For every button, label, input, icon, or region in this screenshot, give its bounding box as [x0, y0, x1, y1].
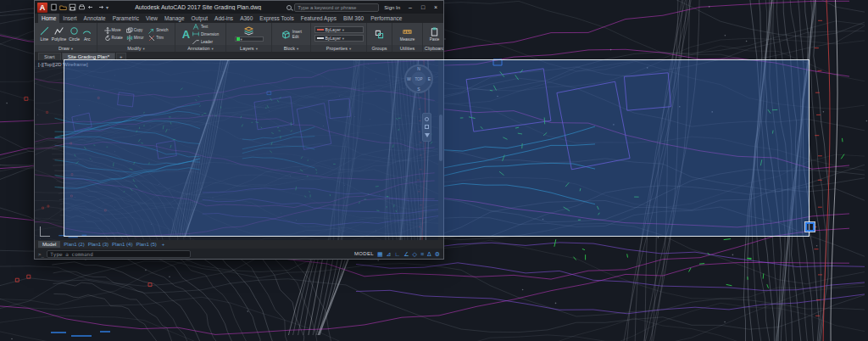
- tab-featured-apps[interactable]: Featured Apps: [298, 14, 340, 23]
- snap-icon[interactable]: ⊿: [387, 251, 392, 257]
- tab-bim360[interactable]: BIM 360: [340, 14, 367, 23]
- tab-output[interactable]: Output: [188, 14, 212, 23]
- layout-tab-plan1-3[interactable]: Plan1 (3): [88, 242, 108, 247]
- trim-tool[interactable]: Trim: [148, 35, 168, 42]
- undo-icon[interactable]: [87, 3, 95, 11]
- minimize-button[interactable]: –: [405, 3, 415, 13]
- layer-properties-icon[interactable]: [244, 26, 253, 36]
- leader-tool[interactable]: Leader: [192, 38, 219, 45]
- model-space-button[interactable]: MODEL: [354, 251, 374, 256]
- command-input[interactable]: [47, 250, 191, 258]
- add-layout-button[interactable]: +: [160, 242, 167, 247]
- panel-footer-clipboard[interactable]: Clipboard: [423, 45, 443, 52]
- ribbon-panel-modify: Move Copy Stretch Rotate: [97, 23, 175, 52]
- paste-tool[interactable]: Paste: [430, 37, 440, 42]
- layout-tab-model[interactable]: Model: [38, 241, 60, 248]
- ortho-icon[interactable]: ∟: [394, 251, 400, 257]
- lineweight-icon[interactable]: ≡: [420, 251, 424, 257]
- text-tool[interactable]: Text: [192, 23, 219, 30]
- linetype-dropdown[interactable]: ByLayer ▾: [314, 35, 364, 42]
- group-icon[interactable]: [375, 30, 384, 39]
- annotation-scale-icon[interactable]: Δ: [427, 251, 431, 257]
- autocad-app-icon[interactable]: A: [37, 3, 47, 13]
- chevron-down-icon: ▾: [142, 47, 144, 51]
- titlebar[interactable]: A ▾ Autodesk AutoCAD 2017 Site Grading P…: [35, 1, 443, 14]
- new-file-icon[interactable]: [50, 3, 58, 11]
- plot-icon[interactable]: [78, 3, 86, 11]
- layout-tab-plan1-4[interactable]: Plan1 (4): [112, 242, 132, 247]
- polar-tracking-icon[interactable]: ∠: [403, 251, 409, 257]
- command-prompt-icon: >_: [38, 251, 44, 257]
- paste-icon[interactable]: [430, 27, 439, 36]
- qat-dropdown-icon[interactable]: ▾: [106, 4, 108, 10]
- search-icon: [287, 5, 292, 10]
- maximize-button[interactable]: □: [418, 3, 428, 13]
- arc-tool[interactable]: Arc: [82, 26, 92, 42]
- tab-express-tools[interactable]: Express Tools: [256, 14, 297, 23]
- tab-insert[interactable]: Insert: [59, 14, 80, 23]
- tab-performance[interactable]: Performance: [367, 14, 405, 23]
- mtext-icon: [192, 23, 199, 30]
- measure-tool[interactable]: Measure: [400, 37, 415, 42]
- tab-home[interactable]: Home: [38, 14, 59, 23]
- layer-dropdown[interactable]: ▾: [235, 36, 264, 42]
- ribbon-panel-draw: Line Polyline Circle Arc: [35, 23, 97, 52]
- workspace-gear-icon[interactable]: ⚙: [435, 251, 440, 257]
- panel-footer-utilities[interactable]: Utilities: [392, 45, 422, 52]
- command-line[interactable]: >_: [38, 250, 191, 258]
- chevron-down-icon: ▾: [349, 47, 351, 51]
- copy-tool[interactable]: Copy: [126, 27, 146, 34]
- measure-icon[interactable]: [403, 27, 412, 36]
- pickbox-cursor[interactable]: [805, 222, 815, 232]
- tab-manage[interactable]: Manage: [161, 14, 188, 23]
- bottom-bar: >_ MODEL ▦ ⊿ ∟ ∠ ◇ ≡ Δ ⚙: [35, 249, 443, 259]
- polyline-tool[interactable]: Polyline: [52, 26, 67, 42]
- text-icon[interactable]: A: [182, 29, 190, 40]
- search-input[interactable]: [294, 3, 379, 12]
- tab-annotate[interactable]: Annotate: [81, 14, 109, 23]
- mirror-icon: [126, 35, 133, 42]
- edit-block-tool[interactable]: Edit: [292, 35, 302, 39]
- panel-footer-layers[interactable]: Layers▾: [226, 45, 271, 52]
- linetype-chip: [317, 37, 324, 39]
- mirror-tool[interactable]: Mirror: [126, 35, 146, 42]
- panel-footer-properties[interactable]: Properties▾: [311, 45, 366, 52]
- panel-footer-groups[interactable]: Groups: [367, 45, 392, 52]
- trim-icon: [148, 35, 155, 42]
- osnap-icon[interactable]: ◇: [413, 251, 417, 257]
- line-tool[interactable]: Line: [40, 26, 49, 42]
- tab-addins[interactable]: Add-ins: [211, 14, 236, 23]
- layout-tab-plan1-2[interactable]: Plan1 (2): [64, 242, 84, 247]
- sign-in-button[interactable]: Sign In: [384, 5, 400, 10]
- ribbon-panel-utilities: Measure Utilities: [392, 23, 423, 52]
- circle-tool[interactable]: Circle: [69, 26, 80, 42]
- grid-icon[interactable]: ▦: [377, 251, 383, 257]
- tab-parametric[interactable]: Parametric: [109, 14, 142, 23]
- close-button[interactable]: ×: [431, 3, 441, 13]
- rotate-tool[interactable]: Rotate: [104, 35, 124, 42]
- stretch-tool[interactable]: Stretch: [148, 27, 168, 34]
- color-dropdown[interactable]: ByLayer ▾: [314, 26, 364, 33]
- chevron-down-icon: ▾: [241, 37, 242, 42]
- line-icon: [40, 26, 49, 36]
- panel-footer-modify[interactable]: Modify▾: [97, 45, 175, 52]
- panel-footer-block[interactable]: Block▾: [272, 45, 310, 52]
- panel-footer-draw[interactable]: Draw▾: [35, 45, 97, 52]
- move-icon: [104, 27, 111, 34]
- file-tab-start[interactable]: Start: [38, 53, 61, 60]
- redo-icon[interactable]: [97, 3, 104, 11]
- insert-block-icon[interactable]: [281, 30, 290, 39]
- status-bar: MODEL ▦ ⊿ ∟ ∠ ◇ ≡ Δ ⚙: [354, 251, 440, 257]
- layout-tab-plan1-5[interactable]: Plan1 (5): [136, 242, 156, 247]
- dimension-tool[interactable]: Dimension: [192, 31, 219, 37]
- color-chip: [317, 29, 324, 31]
- move-tool[interactable]: Move: [104, 27, 124, 34]
- insert-tool[interactable]: Insert: [292, 30, 302, 34]
- panel-footer-annotation[interactable]: Annotation▾: [175, 45, 225, 52]
- circle-icon: [70, 26, 79, 36]
- copy-icon: [126, 27, 133, 34]
- tab-a360[interactable]: A360: [236, 14, 256, 23]
- save-icon[interactable]: [69, 3, 76, 11]
- open-icon[interactable]: [59, 3, 67, 11]
- tab-view[interactable]: View: [142, 14, 161, 23]
